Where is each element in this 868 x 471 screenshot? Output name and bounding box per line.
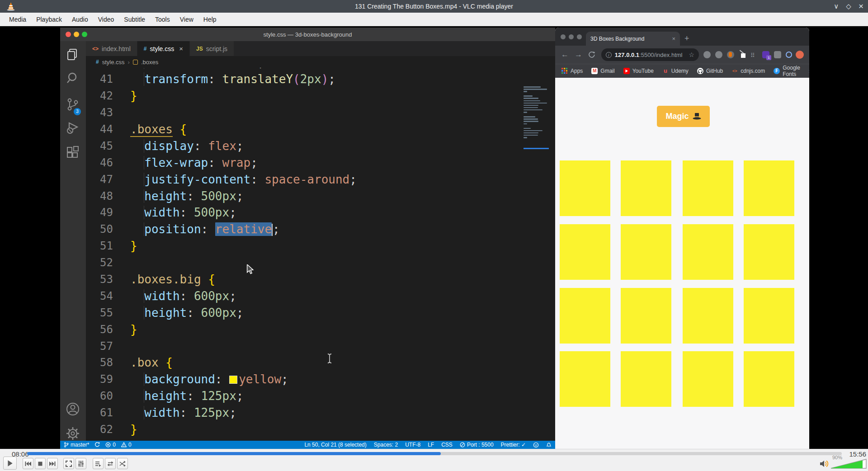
maximize-icon[interactable]: ◇ [846,2,851,10]
web-page: Magic Udemy [555,78,809,449]
volume-slider[interactable] [830,458,867,469]
wheel-icon[interactable] [703,51,711,58]
mac-close-button[interactable] [66,32,71,37]
debug-icon[interactable] [66,121,80,135]
tab-script.js[interactable]: JSscript.js [190,41,234,56]
stop-button[interactable] [35,458,46,469]
code-line-56: 56} [86,321,555,338]
yellow-box [744,351,794,407]
code-editor[interactable]: 40 box-shadow: none;41 transform: transl… [86,68,555,449]
bookmark-cdnjs[interactable]: <>cdnjs.com [731,68,765,74]
yellow-box [621,288,671,344]
extensions-icon[interactable] [66,146,80,160]
extended-settings-button[interactable] [75,458,86,469]
bookmark-github[interactable]: GitHub [697,68,723,74]
status-sync[interactable] [94,442,100,447]
status-item[interactable]: Prettier: ✓ [501,442,526,448]
reload-icon[interactable] [588,51,595,58]
cube-icon[interactable]: 1 [762,51,769,58]
menu-item-tools[interactable]: Tools [151,14,175,25]
tab-close-icon[interactable]: × [672,35,675,42]
mac-minimize-button[interactable] [74,32,79,37]
previous-button[interactable] [23,458,33,469]
new-tab-icon[interactable]: + [684,34,689,43]
ring-icon[interactable] [786,52,792,58]
status-item[interactable]: Ln 50, Col 21 (8 selected) [304,442,366,448]
menu-item-subtitle[interactable]: Subtitle [119,14,150,25]
menu-item-audio[interactable]: Audio [67,14,93,25]
feedback-icon[interactable] [533,442,539,448]
minimize-icon[interactable]: ∨ [834,2,839,10]
yellow-box [621,224,671,280]
pen-icon[interactable] [739,51,746,58]
vscode-window: style.css — 3d-boxes-background 3 [60,28,555,449]
status-item[interactable]: Port : 5500 [460,442,494,448]
tab-style.css[interactable]: #style.css× [137,41,190,56]
menu-item-video[interactable]: Video [94,14,119,25]
video-area[interactable]: style.css — 3d-boxes-background 3 [0,26,868,449]
playlist-button[interactable] [93,458,104,469]
status-branch[interactable]: master* [64,442,89,448]
breadcrumb[interactable]: # style.css › .boxes [86,56,555,68]
menu-item-view[interactable]: View [175,14,198,25]
loop-button[interactable] [105,458,116,469]
browser-tab[interactable]: 3D Boxes Background × [586,32,680,46]
code-line-58: 58.box { [86,354,555,371]
account-icon[interactable] [66,402,80,416]
tab-close-icon[interactable]: × [179,45,183,52]
status-error[interactable]: 0 [105,442,116,448]
mac-zoom-button[interactable] [577,34,582,39]
breadcrumb-file[interactable]: style.css [102,59,125,66]
menu-item-media[interactable]: Media [5,14,31,25]
search-icon[interactable] [66,71,80,85]
bookmark-udemy[interactable]: uUdemy [662,68,689,74]
bookmark-youtube[interactable]: YouTube [623,68,654,74]
bookmarks-overflow-icon[interactable]: » [809,67,809,75]
volume-control[interactable]: 90% [820,456,867,470]
chrome-tabstrip: 3D Boxes Background × + [555,28,809,46]
color-swatch-yellow[interactable] [229,376,237,384]
tab-title: 3D Boxes Background [590,36,644,42]
breadcrumb-symbol[interactable]: .boxes [141,59,158,66]
bookmark-apps[interactable]: Apps [561,68,583,74]
status-item[interactable]: UTF-8 [405,442,420,448]
puzzle-icon[interactable] [774,51,781,58]
minimap[interactable] [524,86,549,186]
activity-bar: 3 [60,41,86,441]
code-line-51: 51} [86,238,555,254]
forward-icon[interactable]: → [575,50,582,59]
next-button[interactable] [47,458,58,469]
dots-icon[interactable] [750,51,758,58]
scm-badge: 3 [74,108,81,115]
target-icon[interactable] [715,51,722,58]
bookmarks-bar: AppsMGmailYouTubeuUdemyGitHub<>cdnjs.com… [555,64,809,78]
settings-gear-icon[interactable] [66,426,80,441]
back-icon[interactable]: ← [561,50,569,59]
magic-button[interactable]: Magic [657,106,710,127]
play-button[interactable] [3,457,17,470]
mac-zoom-button[interactable] [82,32,87,37]
shuffle-button[interactable] [117,458,128,469]
menu-item-help[interactable]: Help [199,14,221,25]
bookmark-star-icon[interactable]: ☆ [689,51,694,58]
notifications-bell-icon[interactable] [546,442,552,448]
address-bar[interactable]: i 127.0.0.1:5500/index.html ☆ [601,48,699,61]
menu-item-playback[interactable]: Playback [32,14,66,25]
site-info-icon[interactable]: i [606,52,612,58]
bookmark-gmail[interactable]: MGmail [591,68,614,74]
bookmark-gfonts[interactable]: FGoogle Fonts [774,65,800,77]
line-number: 41 [86,73,113,85]
status-item[interactable]: CSS [441,442,453,448]
profile-avatar[interactable] [796,51,804,59]
mac-close-button[interactable] [561,34,566,39]
seek-bar[interactable] [27,452,842,455]
status-item[interactable]: Spaces: 2 [374,442,398,448]
status-warning[interactable]: 0 [121,442,132,448]
tab-index.html[interactable]: <>index.html [86,41,137,56]
colorpicker-icon[interactable] [727,51,734,58]
status-item[interactable]: LF [428,442,434,448]
close-icon[interactable]: × [859,1,863,11]
fullscreen-button[interactable] [63,458,74,469]
files-icon[interactable] [66,47,80,62]
mac-minimize-button[interactable] [569,34,574,39]
